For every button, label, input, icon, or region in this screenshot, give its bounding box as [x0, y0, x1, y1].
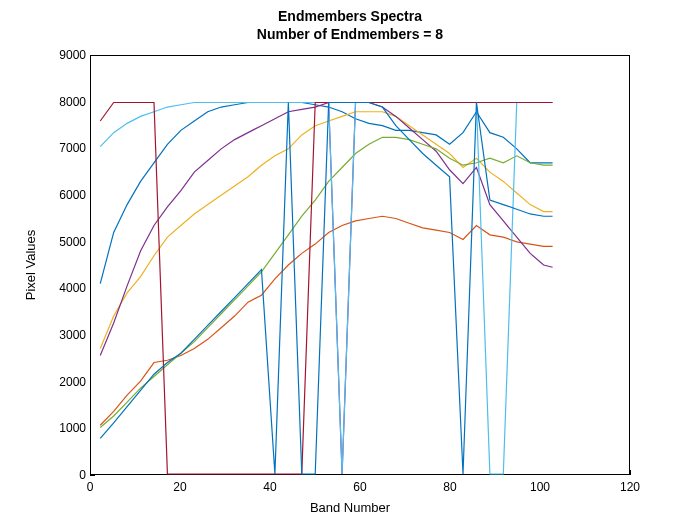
- series-E8: [100, 102, 552, 474]
- plot-area: [90, 55, 630, 475]
- y-tick-label: 8000: [36, 95, 86, 109]
- y-tick-label: 2000: [36, 375, 86, 389]
- x-tick-label: 0: [70, 480, 110, 494]
- x-tick-label: 20: [160, 480, 200, 494]
- x-tick-label: 120: [610, 480, 650, 494]
- series-E1: [100, 102, 552, 283]
- y-tick-label: 9000: [36, 48, 86, 62]
- x-tick-mark: [630, 470, 631, 475]
- y-tick-mark: [90, 475, 95, 476]
- x-tick-label: 100: [520, 480, 560, 494]
- y-tick-label: 3000: [36, 328, 86, 342]
- y-tick-label: 5000: [36, 235, 86, 249]
- x-tick-label: 60: [340, 480, 380, 494]
- y-tick-label: 7000: [36, 141, 86, 155]
- y-tick-label: 6000: [36, 188, 86, 202]
- line-plot: [91, 56, 629, 474]
- x-tick-label: 40: [250, 480, 290, 494]
- x-tick-label: 80: [430, 480, 470, 494]
- x-axis-label: Band Number: [0, 500, 700, 515]
- figure: Endmembers Spectra Number of Endmembers …: [0, 0, 700, 525]
- chart-title: Endmembers Spectra Number of Endmembers …: [0, 8, 700, 43]
- y-tick-label: 4000: [36, 281, 86, 295]
- series-E3: [100, 112, 552, 349]
- y-tick-label: 1000: [36, 421, 86, 435]
